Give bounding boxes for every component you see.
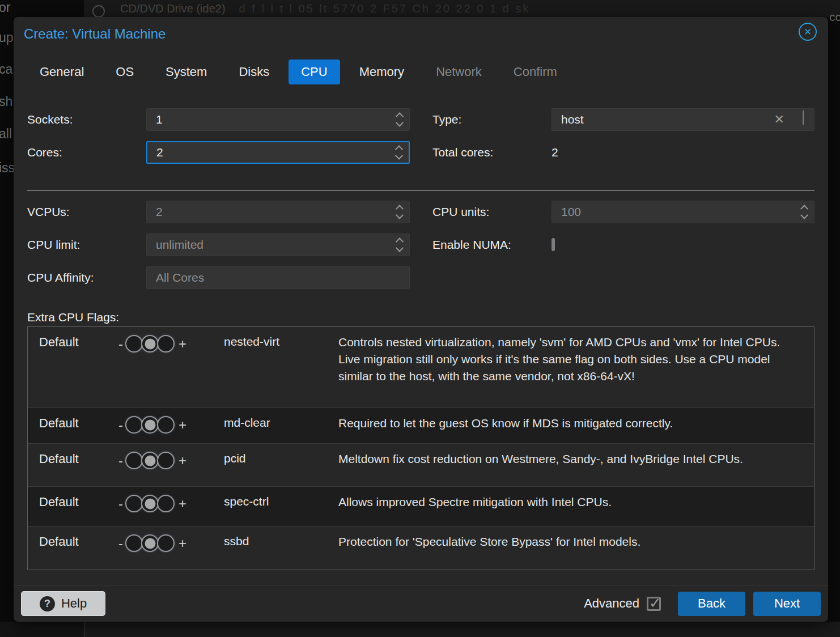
advanced-checkbox[interactable]: ✓ — [647, 597, 661, 611]
type-label: Type: — [432, 113, 551, 126]
chevron-down-icon — [803, 111, 804, 125]
flag-row-spec-ctrl: Default - + spec-ctrl Allows improved Sp… — [28, 487, 814, 526]
flag-description: Allows improved Spectre mitigation with … — [338, 494, 803, 511]
minus-icon[interactable]: - — [118, 453, 123, 469]
flag-off-option[interactable] — [125, 416, 143, 434]
back-button[interactable]: Back — [678, 592, 745, 616]
flag-off-option[interactable] — [125, 335, 143, 353]
cpu-type-combobox[interactable]: host ✕ — [551, 108, 814, 131]
chevron-down-icon — [396, 119, 404, 127]
close-icon: ✕ — [804, 26, 812, 38]
cd-drive-icon — [92, 5, 105, 18]
cpu-affinity-label: CPU Affinity: — [27, 271, 146, 284]
flag-on-option[interactable] — [157, 495, 175, 512]
plus-icon[interactable]: + — [179, 336, 186, 352]
cpu-affinity-input[interactable]: All Cores — [146, 266, 410, 289]
flag-name: spec-ctrl — [224, 494, 338, 508]
flag-off-option[interactable] — [125, 495, 143, 512]
flag-name: md-clear — [224, 415, 338, 430]
cpu-units-spinner — [801, 205, 807, 219]
tab-system[interactable]: System — [153, 60, 219, 84]
tab-general[interactable]: General — [27, 60, 96, 84]
background-fragment: cc — [829, 10, 840, 24]
cores-label: Cores: — [27, 146, 146, 159]
flag-tristate-toggle: - + — [118, 495, 224, 512]
close-button[interactable]: ✕ — [799, 23, 817, 41]
vcpus-input: 2 — [146, 201, 410, 223]
flag-default-option[interactable] — [141, 534, 159, 552]
background-fragment: up — [0, 30, 14, 45]
flag-state-label: Default — [39, 451, 118, 466]
dialog-footer: ? Help Advanced ✓ Back Next — [14, 585, 828, 622]
dialog-header: Create: Virtual Machine ✕ — [14, 17, 828, 42]
flag-off-option[interactable] — [125, 452, 143, 469]
extra-cpu-flags-label: Extra CPU Flags: — [27, 311, 828, 324]
total-cores-label: Total cores: — [432, 146, 551, 159]
section-divider — [27, 190, 814, 191]
tab-disks[interactable]: Disks — [226, 60, 282, 84]
sockets-label: Sockets: — [27, 113, 146, 126]
tab-cpu[interactable]: CPU — [289, 60, 340, 84]
flag-row-nested-virt: Default - + nested-virt Controls nested … — [28, 327, 814, 408]
tab-memory[interactable]: Memory — [347, 60, 417, 84]
minus-icon[interactable]: - — [118, 336, 123, 352]
flag-description: Meltdown fix cost reduction on Westmere,… — [338, 451, 803, 468]
create-vm-dialog: Create: Virtual Machine ✕ General OS Sys… — [14, 17, 828, 622]
flag-default-option[interactable] — [141, 495, 159, 512]
flag-off-option[interactable] — [125, 534, 143, 552]
plus-icon[interactable]: + — [179, 417, 186, 433]
plus-icon[interactable]: + — [179, 453, 186, 469]
flag-tristate-toggle: - + — [118, 452, 224, 469]
flag-description: Protection for 'Speculative Store Bypass… — [338, 533, 803, 550]
minus-icon[interactable]: - — [118, 417, 123, 433]
cores-value: 2 — [156, 146, 163, 159]
flag-default-option[interactable] — [141, 335, 159, 353]
flag-default-option[interactable] — [141, 416, 159, 434]
sockets-input[interactable]: 1 — [146, 108, 410, 131]
cpu-limit-spinner[interactable] — [397, 238, 402, 252]
flag-on-option[interactable] — [157, 416, 175, 434]
check-icon: ✓ — [649, 594, 661, 612]
flag-description: Required to let the guest OS know if MDS… — [338, 415, 803, 432]
flag-row-md-clear: Default - + md-clear Required to let the… — [28, 408, 814, 444]
vcpus-label: VCPUs: — [27, 205, 146, 219]
enable-numa-checkbox[interactable]: ✓ — [551, 238, 555, 251]
next-button[interactable]: Next — [753, 592, 821, 616]
enable-numa-label: Enable NUMA: — [432, 238, 551, 252]
minus-icon[interactable]: - — [118, 536, 123, 551]
sockets-spinner[interactable] — [397, 113, 402, 126]
cpu-limit-input[interactable]: unlimited — [146, 233, 410, 256]
cpu-units-label: CPU units: — [432, 205, 551, 219]
plus-icon[interactable]: + — [179, 496, 186, 512]
cpu-flags-grid: Default - + nested-virt Controls nested … — [27, 326, 814, 570]
chevron-down-icon — [396, 211, 404, 219]
cores-input[interactable]: 2 — [146, 141, 410, 164]
background-fragment: ca — [0, 62, 12, 77]
cpu-type-value: host — [561, 113, 584, 126]
cpu-affinity-placeholder: All Cores — [156, 271, 204, 284]
background-fragment: iss — [0, 160, 15, 176]
chevron-down-icon — [395, 152, 403, 160]
clear-icon[interactable]: ✕ — [774, 112, 784, 127]
tab-os[interactable]: OS — [103, 60, 146, 84]
plus-icon[interactable]: + — [179, 536, 186, 551]
flag-on-option[interactable] — [157, 452, 175, 469]
cpu-limit-placeholder: unlimited — [156, 238, 203, 252]
flag-default-option[interactable] — [141, 452, 159, 469]
tab-confirm: Confirm — [501, 60, 570, 84]
flag-tristate-toggle: - + — [118, 416, 224, 434]
chevron-down-icon — [800, 211, 808, 219]
wizard-tabs: General OS System Disks CPU Memory Netwo… — [27, 60, 828, 84]
background-row-text: CD/DVD Drive (ide2)d f l i t l 05 lt 577… — [120, 2, 530, 15]
background-bottom-right — [84, 622, 840, 637]
advanced-label: Advanced — [584, 596, 639, 611]
flag-on-option[interactable] — [157, 534, 175, 552]
help-button[interactable]: ? Help — [21, 591, 105, 616]
flag-state-label: Default — [39, 415, 118, 431]
cpu-units-input: 100 — [551, 201, 814, 223]
flag-name: nested-virt — [224, 334, 338, 349]
combobox-dropdown-trigger[interactable] — [803, 112, 804, 125]
cores-spinner[interactable] — [396, 146, 402, 159]
flag-on-option[interactable] — [157, 335, 175, 353]
minus-icon[interactable]: - — [118, 496, 123, 512]
